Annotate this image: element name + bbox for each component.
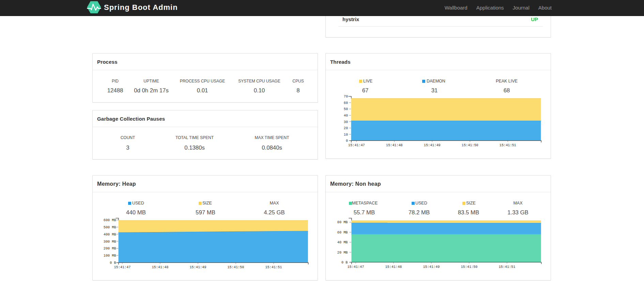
svg-text:15:41:50: 15:41:50 [227, 265, 244, 269]
svg-text:0 B: 0 B [110, 261, 116, 265]
svg-text:15:41:51: 15:41:51 [499, 265, 515, 269]
svg-text:20 MB: 20 MB [337, 251, 348, 255]
svg-text:400 MB: 400 MB [104, 233, 116, 237]
svg-text:30: 30 [344, 120, 348, 124]
svg-text:50: 50 [344, 107, 348, 111]
svg-text:15:41:48: 15:41:48 [385, 265, 402, 269]
svg-text:60: 60 [344, 101, 348, 105]
svg-text:40: 40 [344, 114, 348, 118]
svg-text:60 MB: 60 MB [337, 231, 348, 234]
svg-text:15:41:51: 15:41:51 [500, 143, 516, 147]
svg-text:15:41:47: 15:41:47 [348, 143, 365, 147]
svg-text:80 MB: 80 MB [337, 221, 348, 224]
svg-text:20: 20 [344, 126, 348, 130]
svg-text:70: 70 [344, 95, 348, 98]
svg-text:15:41:47: 15:41:47 [347, 265, 364, 269]
svg-text:10: 10 [344, 133, 348, 137]
svg-text:15:41:49: 15:41:49 [189, 265, 206, 269]
svg-text:15:41:51: 15:41:51 [265, 265, 282, 269]
svg-text:15:41:47: 15:41:47 [114, 265, 131, 269]
svg-text:15:41:48: 15:41:48 [386, 143, 403, 147]
svg-text:300 MB: 300 MB [104, 240, 116, 244]
svg-text:0 B: 0 B [341, 261, 348, 264]
svg-text:15:41:49: 15:41:49 [423, 265, 440, 269]
svg-text:100 MB: 100 MB [104, 254, 116, 258]
svg-text:40 MB: 40 MB [337, 241, 348, 244]
svg-text:600 MB: 600 MB [104, 218, 116, 222]
svg-text:15:41:49: 15:41:49 [424, 143, 441, 147]
svg-text:0: 0 [346, 139, 348, 143]
svg-text:15:41:50: 15:41:50 [462, 143, 478, 147]
svg-text:15:41:50: 15:41:50 [461, 265, 477, 269]
svg-text:500 MB: 500 MB [104, 226, 116, 229]
svg-text:15:41:48: 15:41:48 [152, 265, 168, 269]
svg-text:200 MB: 200 MB [104, 247, 116, 250]
